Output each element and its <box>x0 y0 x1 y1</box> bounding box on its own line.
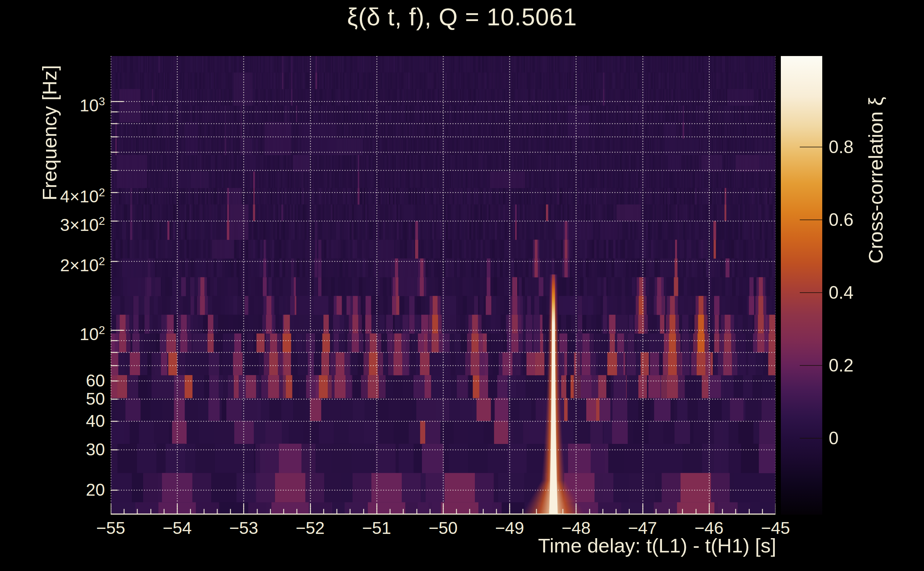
y-tick-label: 40 <box>0 411 105 432</box>
y-tick-label: 20 <box>0 479 105 501</box>
colorbar-tick-mark <box>800 219 822 220</box>
y-tick-label: 102 <box>0 319 105 341</box>
colorbar-tick-label: 0.2 <box>829 355 907 376</box>
spectrogram-heatmap <box>111 56 776 515</box>
y-tick-label: 2×102 <box>0 250 105 272</box>
y-tick-label: 3×102 <box>0 210 105 231</box>
colorbar-tick-label: 0 <box>829 427 907 449</box>
colorbar-tick-mark <box>800 147 822 147</box>
y-axis-title: Frequency [Hz] <box>38 65 61 201</box>
y-tick-label: 103 <box>0 91 105 112</box>
x-tick-label: −52 <box>275 518 346 538</box>
y-tick-label: 30 <box>0 439 105 460</box>
figure-title: ξ(δ t, f), Q = 10.5061 <box>0 3 924 31</box>
x-tick-label: −50 <box>407 518 479 538</box>
x-tick-label: −54 <box>141 518 213 538</box>
x-tick-label: −53 <box>208 518 279 538</box>
colorbar <box>781 56 822 515</box>
colorbar-tick-mark <box>800 292 822 293</box>
x-axis-title: Time delay: t(L1) - t(H1) [s] <box>538 534 776 557</box>
x-tick-label: −51 <box>341 518 413 538</box>
colorbar-tick-mark <box>800 365 822 366</box>
x-tick-label: −55 <box>75 518 147 538</box>
y-tick-label: 50 <box>0 388 105 410</box>
y-tick-label: 4×102 <box>0 182 105 203</box>
qscan-cross-correlation-figure: ξ(δ t, f), Q = 10.5061 Frequency [Hz] 10… <box>0 0 924 571</box>
colorbar-tick-mark <box>800 438 822 438</box>
colorbar-title: Cross-correlation ξ <box>864 97 887 264</box>
x-tick-label: −49 <box>474 518 545 538</box>
colorbar-tick-label: 0.4 <box>829 282 907 303</box>
